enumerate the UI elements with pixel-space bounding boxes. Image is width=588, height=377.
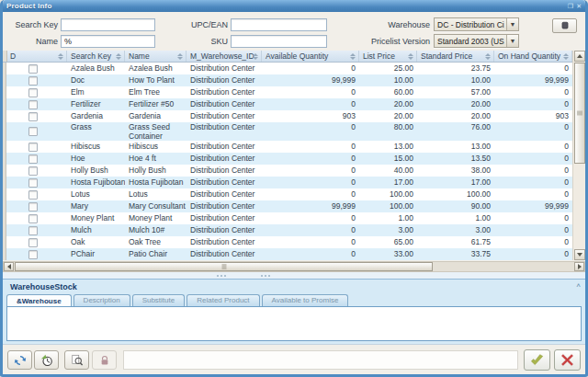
detail-tab-label: Available to Promise — [272, 296, 339, 304]
table-row[interactable]: Oak Oak Tree Distribution Center 0 65.00… — [3, 236, 572, 248]
detail-tab[interactable]: Substitute — [132, 294, 186, 306]
scroll-left-button[interactable] — [4, 262, 14, 271]
table-row[interactable]: Gardenia Gardenia Distribution Center 90… — [3, 110, 572, 122]
row-checkbox[interactable] — [28, 112, 38, 121]
detail-tab[interactable]: &Warehouse — [6, 294, 72, 307]
detail-tab[interactable]: Related Product — [187, 294, 259, 306]
cell-list-price: 65.00 — [359, 236, 417, 248]
arrow-down-icon — [577, 253, 582, 257]
row-checkbox[interactable] — [28, 76, 38, 86]
row-checkbox[interactable] — [28, 226, 38, 235]
cell-warehouse: Distribution Center — [187, 177, 262, 188]
arrow-left-icon — [7, 264, 11, 269]
row-checkbox[interactable] — [28, 88, 38, 97]
close-icon[interactable]: ✕ — [576, 2, 582, 10]
row-checkbox[interactable] — [28, 178, 38, 188]
vertical-scrollbar[interactable] — [572, 51, 585, 260]
refresh-button[interactable] — [7, 350, 32, 370]
row-checkbox[interactable] — [28, 214, 38, 223]
table-row[interactable]: Azalea Bush Azalea Bush Distribution Cen… — [3, 63, 572, 74]
cell-warehouse: Distribution Center — [187, 165, 262, 177]
lock-button[interactable] — [92, 350, 117, 370]
table-row[interactable]: Hibiscus Hibiscus Distribution Center 0 … — [3, 141, 572, 153]
row-checkbox[interactable] — [28, 154, 38, 164]
cell-on-hand-quantity: 99,999 — [494, 200, 572, 212]
row-checkbox[interactable] — [28, 64, 38, 74]
column-header[interactable]: M_Warehowse_ID — [187, 51, 262, 62]
table-row[interactable]: Lotus Lotus Distribution Center 0 100.00… — [3, 188, 572, 200]
check-icon — [529, 353, 545, 367]
row-checkbox[interactable] — [28, 143, 38, 152]
table-row[interactable]: Grass Grass Seed Container Distribution … — [3, 122, 572, 141]
scroll-right-button[interactable] — [574, 262, 584, 271]
splitter-handle[interactable] — [3, 272, 585, 279]
detail-tab[interactable]: Available to Promise — [262, 294, 349, 306]
sort-icon[interactable] — [563, 53, 570, 60]
scroll-down-button[interactable] — [574, 249, 585, 260]
cell-warehouse: Distribution Center — [187, 74, 262, 86]
detail-panel-title: WarehouseStock — [10, 282, 77, 291]
table-row[interactable]: Doc How To Plant Distribution Center 99,… — [3, 74, 572, 86]
chevron-down-icon[interactable]: ▼ — [506, 35, 518, 47]
cell-name: Mulch 10# — [125, 224, 187, 236]
sort-icon[interactable] — [177, 53, 184, 60]
table-row[interactable]: Holly Bush Holly Bush Distribution Cente… — [3, 165, 572, 177]
horizontal-scroll-thumb[interactable] — [15, 262, 433, 271]
scroll-up-button[interactable] — [574, 51, 585, 62]
sort-icon[interactable] — [350, 53, 356, 60]
sort-icon[interactable] — [408, 53, 414, 60]
column-header[interactable]: Standard Price — [417, 51, 494, 62]
row-checkbox[interactable] — [28, 166, 38, 176]
sort-icon[interactable] — [116, 53, 122, 60]
table-row[interactable]: Mary Mary Consultant Distribution Center… — [3, 200, 572, 212]
cell-name: Holly Bush — [125, 165, 187, 177]
magnifier-icon — [71, 354, 84, 367]
refresh-icon — [14, 354, 27, 367]
table-row[interactable]: Elm Elm Tree Distribution Center 0 60.00… — [3, 86, 572, 98]
chevron-down-icon[interactable]: ▼ — [506, 18, 518, 30]
row-checkbox[interactable] — [28, 127, 38, 136]
maximize-icon[interactable]: ❐ — [568, 2, 573, 10]
cell-available-quantity: 99,999 — [262, 200, 359, 212]
table-row[interactable]: Hosta Fujibotan Hosta Fujibotan Distribu… — [3, 177, 572, 188]
vertical-scroll-thumb[interactable] — [574, 63, 585, 164]
horizontal-scrollbar[interactable] — [3, 261, 585, 272]
table-row[interactable]: PChair Patio Chair Distribution Center 0… — [3, 248, 572, 260]
column-header[interactable]: Search Key — [67, 51, 125, 62]
column-header[interactable]: List Price — [359, 51, 417, 62]
table-row[interactable]: Mulch Mulch 10# Distribution Center 0 3.… — [3, 224, 572, 236]
collapse-chevron-icon[interactable]: ˄ — [576, 281, 581, 290]
row-checkbox[interactable] — [28, 100, 38, 109]
upc-ean-label: UPC/EAN — [139, 20, 228, 29]
warehouse-select[interactable]: DC - Distribution Ci ▼ — [434, 17, 519, 31]
warehouse-label: Warehouse — [306, 20, 430, 29]
table-row[interactable]: Money Plant Money Plant Distribution Cen… — [3, 212, 572, 224]
history-button[interactable] — [34, 350, 59, 370]
column-header[interactable]: D — [6, 51, 67, 62]
cell-available-quantity: 0 — [262, 141, 359, 153]
product-attribute-button[interactable] — [552, 18, 577, 33]
cancel-button[interactable] — [554, 349, 581, 371]
detail-tab-content[interactable] — [6, 306, 582, 341]
row-checkbox[interactable] — [28, 238, 38, 247]
sort-icon[interactable] — [253, 53, 259, 60]
detail-tab[interactable]: Description — [74, 294, 130, 306]
ok-button[interactable] — [524, 349, 550, 371]
row-checkbox[interactable] — [28, 250, 38, 259]
column-header[interactable]: On Hand Quantity — [494, 51, 572, 62]
zoom-button[interactable] — [64, 350, 89, 370]
cell-search-key: PChair — [67, 248, 125, 260]
table-row[interactable]: Fertilizer Fertilizer #50 Distribution C… — [3, 98, 572, 110]
table-row[interactable]: Hoe Hoe 4 ft Distribution Center 0 15.00… — [3, 153, 572, 165]
pricelist-version-select[interactable]: Standard 2003 (US ▼ — [434, 34, 519, 48]
bottom-toolbar — [3, 344, 585, 374]
column-header[interactable]: Available Quantity — [262, 51, 359, 62]
row-checkbox[interactable] — [28, 202, 38, 211]
column-header[interactable]: Name — [125, 51, 187, 62]
cell-on-hand-quantity: 0 — [494, 141, 572, 153]
cell-warehouse: Distribution Center — [187, 248, 262, 260]
sort-icon[interactable] — [58, 53, 64, 60]
row-checkbox[interactable] — [28, 190, 38, 200]
cell-name: Azalea Bush — [125, 63, 187, 74]
sort-icon[interactable] — [485, 53, 492, 60]
